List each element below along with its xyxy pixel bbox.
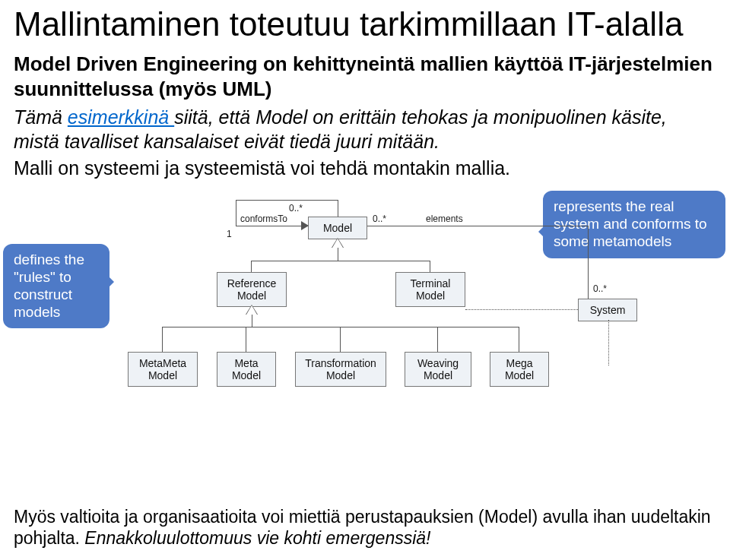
body-paragraph-2: Malli on systeemi ja systeemistä voi teh… xyxy=(0,157,730,185)
subtitle: Model Driven Engineering on kehittyneint… xyxy=(0,52,730,106)
callout-defines-rules: defines the "rules" to construct models xyxy=(3,244,110,328)
uml-reference-model-box: ReferenceModel xyxy=(217,272,287,307)
example-link[interactable]: esimerkkinä xyxy=(68,106,174,128)
uml-model-box: Model xyxy=(308,217,367,239)
uml-system-box: System xyxy=(578,299,637,321)
uml-mega-model-box: MegaModel xyxy=(490,352,549,387)
uml-meta-model-box: MetaModel xyxy=(217,352,276,387)
uml-diagram: defines the "rules" to construct models … xyxy=(0,185,730,405)
uml-mult-1: 1 xyxy=(227,229,232,239)
callout-represents-system: represents the real system and conforms … xyxy=(543,191,725,258)
uml-terminal-model-box: TerminalModel xyxy=(395,272,465,307)
uml-mult-0s-right: 0..* xyxy=(593,283,607,294)
uml-conformsto-label: conformsTo xyxy=(240,214,287,224)
body-paragraph-1: Tämä esimerkkinä siitä, että Model on er… xyxy=(0,106,730,157)
uml-mult-0s: 0..* xyxy=(289,203,303,214)
uml-elements-label: elements xyxy=(426,214,463,224)
body1-pre: Tämä xyxy=(14,106,68,128)
page-title: Mallintaminen toteutuu tarkimmillaan IT-… xyxy=(0,0,730,52)
footer-note: Myös valtioita ja organisaatioita voi mi… xyxy=(0,500,730,556)
uml-mult-0s-left: 0..* xyxy=(373,214,386,224)
uml-transformation-model-box: TransformationModel xyxy=(295,352,386,387)
uml-metameta-model-box: MetaMetaModel xyxy=(128,352,198,387)
uml-weaving-model-box: WeavingModel xyxy=(405,352,471,387)
footer-emphasis: Ennakkoluulottomuus vie kohti emergenssi… xyxy=(84,528,430,548)
